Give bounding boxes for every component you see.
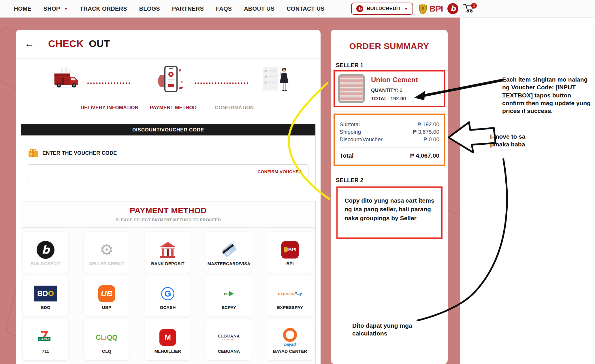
payment-option-label: BAYAD CENTER xyxy=(273,349,307,354)
brand-b-logo[interactable]: b xyxy=(447,3,458,14)
nav-blogs[interactable]: BLOGS xyxy=(139,5,160,12)
discount-row: Discount/Voucher ₱ 0.00 xyxy=(340,136,439,143)
subtotal-value: ₱ 192.00 xyxy=(417,121,439,128)
payment-option-mastercard-visa[interactable]: MASTERCARD/VISA xyxy=(206,232,252,273)
page-title-black: OUT xyxy=(89,38,110,49)
nav-contact-us[interactable]: CONTACT US xyxy=(287,5,325,12)
payment-method-header: PAYMENT METHOD PLEASE SELECT PAYMENT MET… xyxy=(21,201,315,228)
payment-option-bayad-center[interactable]: bayad BAYAD CENTER xyxy=(267,319,313,360)
seller1-heading: SELLER 1 xyxy=(336,62,448,69)
payment-option-bdo[interactable]: BDO BDO xyxy=(23,276,68,316)
gift-voucher-icon: % xyxy=(28,148,38,158)
item-total: TOTAL: 192.00 xyxy=(371,96,418,102)
gcash-icon: G xyxy=(161,287,174,300)
divider xyxy=(340,148,439,148)
payment-option-clq[interactable]: CLiQQ CLQ xyxy=(84,319,129,360)
buildcredit-icon: b xyxy=(356,5,363,12)
payment-option-label: MLHUILLIER xyxy=(155,349,181,354)
item-details: Union Cement QUANTITY: 1 TOTAL: 192.00 xyxy=(371,76,418,102)
delivery-truck-illustration xyxy=(52,67,86,93)
bpi-shield-icon xyxy=(418,3,428,15)
payment-method-title: PAYMENT METHOD xyxy=(21,206,315,215)
payment-option-label: GCASH xyxy=(160,305,176,310)
payment-method-section: PAYMENT METHOD PLEASE SELECT PAYMENT MET… xyxy=(21,201,316,364)
bpi-logo-text: BPI xyxy=(429,4,443,14)
expresspay-icon: expressPay xyxy=(278,291,302,296)
confirmation-illustration xyxy=(261,65,291,94)
ubp-icon: UB xyxy=(98,285,115,302)
payment-option-gcash[interactable]: G GCASH xyxy=(145,276,191,316)
seller2-note: Copy dito yung nasa cart items ng isa pa… xyxy=(344,196,434,222)
cart-count-badge: 1 xyxy=(471,3,477,9)
item-quantity: QUANTITY: 1 xyxy=(371,88,418,93)
voucher-section: DISCOUNT/VOUCHER CODE % ENTER THE VOUCHE… xyxy=(21,124,316,189)
cart-button[interactable]: 1 xyxy=(463,2,476,15)
payment-option-label: BANK DEPOSIT xyxy=(151,261,184,266)
cliqq-icon: CLiQQ xyxy=(96,333,118,342)
ecpay-icon: ec xyxy=(224,291,234,296)
payment-option-label: ECPAY xyxy=(222,305,236,310)
step-payment-method: PAYMENT METHOD xyxy=(150,105,197,111)
nav-shop[interactable]: SHOP ▼ xyxy=(44,5,68,12)
payment-option-label: CLQ xyxy=(102,349,111,354)
shipping-label: Shipping xyxy=(340,128,361,136)
checkout-steps: DELIVERY INFOMATION PAYMENT METHOD CONFI… xyxy=(16,59,321,116)
payment-option-mlhuillier[interactable]: M MLHUILLIER xyxy=(145,319,191,360)
payment-option-label: UBP xyxy=(102,305,111,310)
total-value: ₱ 4,067.00 xyxy=(410,152,439,159)
nav-home[interactable]: HOME xyxy=(14,5,31,12)
nav-partners[interactable]: PARTNERS xyxy=(172,5,204,12)
total-row: Total ₱ 4,067.00 xyxy=(340,152,439,159)
nav-about-us[interactable]: ABOUT US xyxy=(244,5,274,12)
buildcredit-dropdown-button[interactable]: b BUILDCREDIT ▼ xyxy=(351,3,413,15)
payment-option-buildcredit[interactable]: b BUILDCREDIT xyxy=(23,232,68,273)
product-thumbnail xyxy=(338,74,365,103)
nav-shop-label[interactable]: SHOP xyxy=(44,5,60,12)
payment-option-711[interactable]: 7 ELEVEn 711 xyxy=(23,319,68,360)
nav-faqs[interactable]: FAQS xyxy=(216,5,232,12)
subtotal-row: Subtotal ₱ 192.00 xyxy=(340,121,439,128)
seller1-item-annotation-box: Union Cement QUANTITY: 1 TOTAL: 192.00 xyxy=(334,70,445,107)
buildcredit-button-label: BUILDCREDIT xyxy=(367,6,401,12)
shipping-row: Shipping ₱ 3,875.00 xyxy=(340,128,439,136)
payment-method-subtitle: PLEASE SELECT PAYMENT METHOD TO PROCEED xyxy=(21,218,315,222)
voucher-note-annotation: Each item singitan mo nalang ng Voucher … xyxy=(502,76,592,115)
payment-option-label: MASTERCARD/VISA xyxy=(208,261,251,266)
percent-glyph: % xyxy=(30,152,33,156)
confirm-voucher-button[interactable]: CONFIRM VOUCHER xyxy=(257,169,302,174)
step-connector xyxy=(87,82,130,84)
payment-option-bank-deposit[interactable]: BANK DEPOSIT xyxy=(145,232,191,273)
payment-option-expesspay[interactable]: expressPay EXPESSPAY xyxy=(267,276,313,316)
bpi-logo[interactable]: BPI xyxy=(418,3,443,15)
main-nav: HOME SHOP ▼ TRACK ORDERS BLOGS PARTNERS … xyxy=(14,0,325,17)
total-label: Total xyxy=(340,152,354,159)
header-right-cluster: b BUILDCREDIT ▼ BPI b 1 xyxy=(351,0,476,17)
page-title-red: CHECK xyxy=(48,38,84,49)
voucher-input-box: CONFIRM VOUCHER xyxy=(28,164,308,179)
checkout-title-row: ← CHECK OUT xyxy=(16,30,321,50)
shipping-value: ₱ 3,875.00 xyxy=(413,128,439,136)
subtotal-label: Subtotal xyxy=(340,121,360,128)
mlhuillier-icon: M xyxy=(159,329,176,346)
voucher-code-input[interactable] xyxy=(32,165,235,179)
payment-option-label: 711 xyxy=(42,349,49,354)
step-delivery-information: DELIVERY INFOMATION xyxy=(81,105,139,111)
voucher-prompt-row: % ENTER THE VOUCHER CODE xyxy=(28,148,308,158)
cebuana-icon: CEBUANA LHUILLIER xyxy=(218,334,240,341)
voucher-prompt-label: ENTER THE VOUCHER CODE xyxy=(42,150,117,156)
payment-option-ecpay[interactable]: ec ECPAY xyxy=(206,276,252,316)
bayad-center-icon: bayad xyxy=(283,328,297,347)
order-summary-title: ORDER SUMMARY xyxy=(331,41,448,51)
nav-track-orders[interactable]: TRACK ORDERS xyxy=(80,5,127,12)
payment-option-ubp[interactable]: UB UBP xyxy=(84,276,129,316)
payment-option-seller-credit[interactable]: ⚙ SELLER CREDIT xyxy=(84,232,129,273)
item-name: Union Cement xyxy=(371,76,418,84)
payment-option-bpi[interactable]: BPI BPI xyxy=(267,232,313,273)
seller2-annotation-box: Copy dito yung nasa cart items ng isa pa… xyxy=(336,186,443,239)
payment-option-cebuana[interactable]: CEBUANA LHUILLIER CEBUANA xyxy=(206,319,252,360)
seven-eleven-icon: 7 ELEVEn xyxy=(38,329,53,346)
seller2-heading: SELLER 2 xyxy=(336,177,448,184)
buildcredit-icon: b xyxy=(37,241,54,259)
back-arrow-button[interactable]: ← xyxy=(25,39,34,48)
voucher-body: % ENTER THE VOUCHER CODE CONFIRM VOUCHER xyxy=(21,135,315,189)
